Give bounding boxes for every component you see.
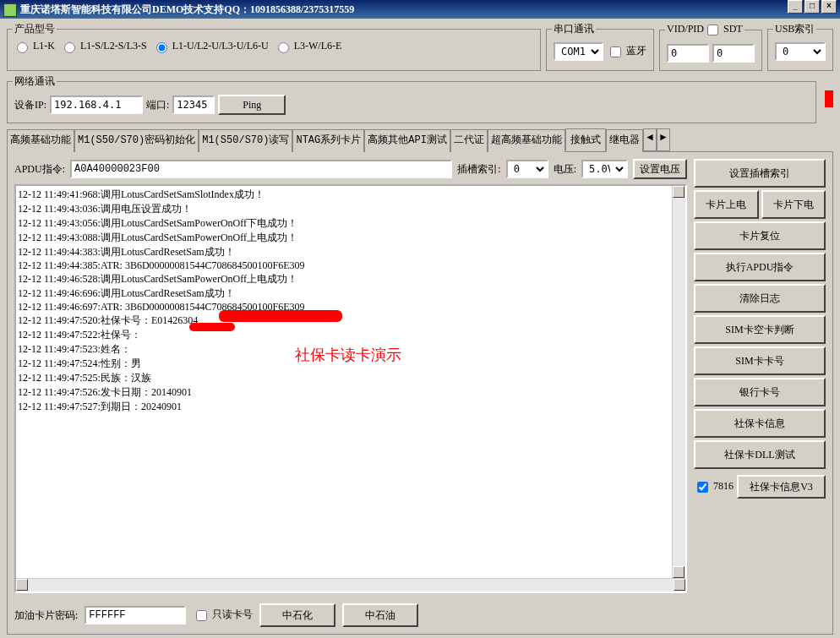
product-radio-3[interactable]: L3-W/L6-E bbox=[274, 40, 342, 52]
clear-log-button[interactable]: 清除日志 bbox=[694, 284, 826, 313]
serial-legend: 串口通讯 bbox=[552, 22, 596, 36]
power-off-button[interactable]: 卡片下电 bbox=[761, 190, 826, 219]
titlebar: 重庆诺塔斯智能科技有限公司DEMO技术支持QQ：1091856388/23753… bbox=[0, 0, 840, 19]
ip-label: 设备IP: bbox=[14, 98, 46, 112]
annotation-text: 社保卡读卡演示 bbox=[295, 345, 401, 365]
product-radio-1[interactable]: L1-S/L2-S/L3-S bbox=[60, 40, 147, 52]
usb-group: USB索引 0 bbox=[767, 22, 833, 71]
bluetooth-label: 蓝牙 bbox=[626, 45, 646, 57]
set-slot-button[interactable]: 设置插槽索引 bbox=[694, 159, 826, 188]
tab-7[interactable]: 接触式 bbox=[565, 128, 606, 151]
ping-button[interactable]: Ping bbox=[218, 95, 286, 115]
tab-scroll-left-icon[interactable]: ◄ bbox=[643, 128, 657, 151]
apdu-label: APDU指令: bbox=[14, 162, 65, 177]
power-on-button[interactable]: 卡片上电 bbox=[694, 190, 759, 219]
slot-label: 插槽索引: bbox=[457, 162, 500, 177]
sdt-checkbox[interactable] bbox=[707, 25, 718, 35]
tab-scroll-right-icon[interactable]: ► bbox=[657, 128, 670, 151]
tab-strip: 高频基础功能M1(S50/S70)密码初始化M1(S50/S70)读写NTAG系… bbox=[7, 128, 833, 152]
redaction bbox=[219, 310, 342, 322]
scrollbar-horizontal[interactable] bbox=[16, 578, 685, 592]
tab-2[interactable]: M1(S50/S70)读写 bbox=[199, 129, 292, 152]
vidpid-legend: VID/PID bbox=[667, 23, 704, 35]
product-legend: 产品型号 bbox=[13, 22, 57, 36]
fuel-pwd-input[interactable] bbox=[85, 606, 186, 624]
sb-v3-button[interactable]: 社保卡信息V3 bbox=[737, 475, 826, 499]
product-group: 产品型号 L1-K L1-S/L2-S/L3-S L1-U/L2-U/L3-U/… bbox=[7, 22, 541, 71]
tab-8[interactable]: 继电器 bbox=[606, 129, 643, 152]
sim-empty-button[interactable]: SIM卡空卡判断 bbox=[694, 315, 826, 344]
ip-input[interactable] bbox=[50, 95, 143, 114]
product-radio-2[interactable]: L1-U/L2-U/L3-U/L6-U bbox=[152, 40, 269, 52]
volt-label: 电压: bbox=[554, 162, 576, 177]
sim-id-button[interactable]: SIM卡卡号 bbox=[694, 346, 826, 375]
tab-4[interactable]: 高频其他API测试 bbox=[364, 129, 450, 152]
usb-legend: USB索引 bbox=[773, 22, 816, 36]
fuel-pwd-label: 加油卡片密码: bbox=[14, 608, 78, 623]
serial-group: 串口通讯 COM1 蓝牙 bbox=[546, 22, 654, 71]
vidpid-group: VID/PID SDT bbox=[659, 22, 762, 71]
port-label: 端口: bbox=[146, 98, 169, 112]
usb-index-select[interactable]: 0 bbox=[775, 42, 826, 61]
product-radio-0[interactable]: L1-K bbox=[13, 40, 55, 52]
exec-apdu-button[interactable]: 执行APDU指令 bbox=[694, 253, 826, 281]
network-legend: 网络通讯 bbox=[13, 74, 57, 89]
network-group: 网络通讯 设备IP: 端口: Ping bbox=[7, 74, 816, 123]
apdu-input[interactable] bbox=[70, 160, 452, 178]
tab-0[interactable]: 高频基础功能 bbox=[7, 129, 74, 152]
log-textarea[interactable]: 12-12 11:49:41:968:调用LotusCardSetSamSlot… bbox=[14, 184, 687, 593]
close-button[interactable]: × bbox=[821, 0, 837, 14]
sinopec-button[interactable]: 中石化 bbox=[259, 603, 335, 627]
minimize-button[interactable]: _ bbox=[788, 0, 803, 14]
tab-3[interactable]: NTAG系列卡片 bbox=[292, 129, 364, 152]
tab-5[interactable]: 二代证 bbox=[450, 129, 488, 152]
scrollbar-vertical[interactable] bbox=[672, 186, 685, 578]
app-icon bbox=[3, 3, 17, 17]
redaction bbox=[189, 323, 235, 331]
vid-input[interactable] bbox=[667, 44, 709, 63]
pid-input[interactable] bbox=[712, 44, 755, 63]
set-voltage-button[interactable]: 设置电压 bbox=[633, 159, 687, 179]
sb-info-button[interactable]: 社保卡信息 bbox=[694, 409, 826, 438]
port-input[interactable] bbox=[172, 95, 215, 114]
bluetooth-checkbox[interactable] bbox=[610, 46, 621, 57]
volt-select[interactable]: 5.0V bbox=[581, 160, 628, 178]
tab-1[interactable]: M1(S50/S70)密码初始化 bbox=[74, 129, 199, 152]
tab-content: APDU指令: 插槽索引: 0 电压: 5.0V 设置电压 12-12 11:4… bbox=[7, 152, 833, 635]
com-port-select[interactable]: COM1 bbox=[554, 42, 603, 61]
petrochina-button[interactable]: 中石油 bbox=[342, 603, 418, 627]
sb-dll-button[interactable]: 社保卡DLL测试 bbox=[694, 440, 826, 469]
maximize-button[interactable]: □ bbox=[805, 0, 820, 14]
bank-id-button[interactable]: 银行卡号 bbox=[694, 378, 826, 406]
readonly-checkbox[interactable] bbox=[196, 610, 207, 621]
side-button-panel: 设置插槽索引 卡片上电 卡片下电 卡片复位 执行APDU指令 清除日志 SIM卡… bbox=[694, 159, 826, 593]
reset-button[interactable]: 卡片复位 bbox=[694, 221, 826, 250]
cb-7816[interactable] bbox=[697, 482, 708, 493]
slot-select[interactable]: 0 bbox=[506, 160, 548, 178]
title-text: 重庆诺塔斯智能科技有限公司DEMO技术支持QQ：1091856388/23753… bbox=[20, 3, 354, 15]
status-indicator bbox=[825, 90, 833, 107]
tab-6[interactable]: 超高频基础功能 bbox=[488, 129, 565, 152]
